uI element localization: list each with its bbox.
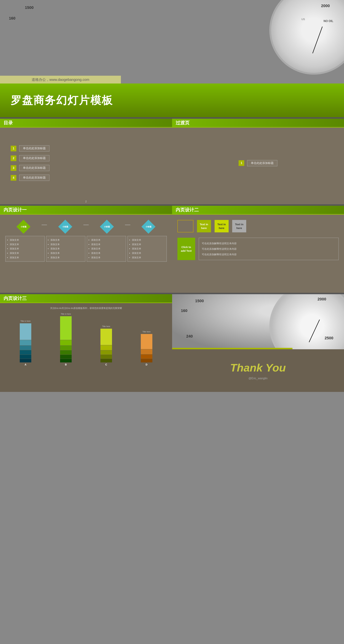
toc-item-2: 2 单击此处添加标题 <box>11 155 161 161</box>
list-item: 添加文本 <box>51 256 83 260</box>
bar-seg <box>141 334 152 349</box>
gauge-num-1500: 1500 <box>25 5 34 10</box>
toc-num-2: 2 <box>11 156 16 161</box>
diamond-row: 小标题 小标题 小标题 <box>5 222 167 233</box>
gauge-num-160: 160 <box>9 16 16 20</box>
bar-seg <box>20 323 31 340</box>
diamond-2: 小标题 <box>58 220 72 234</box>
thankyou-yellow-bar <box>172 348 292 349</box>
row-3: 内页设计一 小标题 小标题 <box>0 206 344 293</box>
bar-title-A: Title in here <box>21 320 31 322</box>
list-item: 添加文本 <box>91 251 124 256</box>
desc-line-1: 可在此添加解释性说明文本内容 <box>202 241 336 246</box>
bar-stack-A <box>20 323 31 362</box>
text-box-green: Text in here <box>197 220 211 232</box>
bar-seg <box>60 346 72 350</box>
toc-item-1: 1 单击此处添加标题 <box>11 145 161 152</box>
watermark-bar: 道格办公，www.daogebangong.com <box>0 76 121 84</box>
row-4: 内页设计三 关注Eric-lin关注Eric-lin原创模版系列，获得您的喜爱将… <box>0 294 344 392</box>
hero-title-section: 罗盘商务幻灯片模板 <box>0 84 344 117</box>
thankyou-gauge-bg: 1500 2000 160 240 2500 <box>172 294 344 349</box>
list-item: 添加文本 <box>91 256 124 260</box>
bar-label-B: B <box>65 363 67 366</box>
bar-seg <box>60 359 72 362</box>
desc-line-3: 可在此添加解释性说明文本内容 <box>202 252 336 257</box>
thankyou-gauge-circle <box>269 294 344 349</box>
outline-box <box>177 220 193 232</box>
col-4: 小标题 <box>130 222 167 233</box>
transition-num-1: 1 <box>239 160 244 166</box>
bar-title-C: Title here <box>102 325 110 328</box>
bar-chart: Title in here A Title in here <box>5 313 167 366</box>
interior3-header: 内页设计三 <box>0 294 172 303</box>
bar-label-D: D <box>146 363 147 366</box>
interior1-header: 内页设计一 <box>0 206 172 214</box>
diamond-4: 小标题 <box>142 220 156 234</box>
bar-seg <box>20 346 31 350</box>
transition-body: 1 单击此处添加标题 <box>172 128 344 198</box>
bar-seg <box>100 329 112 345</box>
slide-transition: 过渡页 1 单击此处添加标题 <box>172 119 344 204</box>
interior3-body: 关注Eric-lin关注Eric-lin原创模版系列，获得您的喜爱将是我的无限荣… <box>0 303 172 392</box>
list-item: 添加文本 <box>10 238 43 242</box>
connector-2 <box>83 225 89 225</box>
transition-page-num <box>172 198 344 204</box>
list-item: 添加文本 <box>51 238 83 242</box>
thankyou-gauge-1500: 1500 <box>195 299 204 303</box>
text-box-lime: Text in here <box>215 220 229 232</box>
list-item: 添加文本 <box>91 242 124 247</box>
toc-item-4: 4 单击此处添加标题 <box>11 175 161 181</box>
thankyou-gauge-2500: 2500 <box>325 336 333 340</box>
thankyou-body: Thank You @Eric_wanglin <box>172 349 344 392</box>
toc-label-2: 单击此处添加标题 <box>19 155 50 161</box>
slide-hero: 1500 2000 160 240 280 2500 NO OIL US 道格办… <box>0 0 344 117</box>
list-item: 添加文本 <box>10 251 43 256</box>
toc-num-4: 4 <box>11 175 16 181</box>
bar-stack-C <box>100 329 112 362</box>
bar-seg <box>20 340 31 345</box>
gauge-text-US: US <box>301 18 305 20</box>
toc-header: 目录 <box>0 119 172 128</box>
bar-group-A: Title in here A <box>7 320 44 366</box>
click-button[interactable]: Click to add Text <box>177 238 195 260</box>
hero-title: 罗盘商务幻灯片模板 <box>11 93 113 108</box>
text-box-gray: Text in here <box>232 220 246 232</box>
bar-seg <box>100 359 112 362</box>
list-item: 添加文本 <box>10 242 43 247</box>
list-item: 添加文本 <box>132 251 165 256</box>
thankyou-gauge-160: 160 <box>181 308 188 313</box>
list-item: 添加文本 <box>91 246 124 251</box>
list-item: 添加文本 <box>91 238 124 242</box>
col-3: 小标题 <box>89 222 125 233</box>
list-item: 添加文本 <box>51 246 83 251</box>
bar-title-B: Title in here <box>61 313 71 315</box>
bar-seg <box>60 350 72 354</box>
list-item: 添加文本 <box>10 256 43 260</box>
desc-line-2: 可在此添加解释性说明文本内容 <box>202 246 336 252</box>
bar-stack-B <box>60 316 72 362</box>
bar-seg <box>141 354 152 359</box>
diamond-label-1: 小标题 <box>21 226 27 228</box>
toc-body: 1 单击此处添加标题 2 单击此处添加标题 3 单击此处添加标题 4 单击此处添… <box>0 128 172 198</box>
thankyou-text: Thank You <box>230 361 286 374</box>
slide-interior3: 内页设计三 关注Eric-lin关注Eric-lin原创模版系列，获得您的喜爱将… <box>0 294 172 392</box>
list-col-3: 添加文本 添加文本 添加文本 添加文本 添加文本 <box>87 236 126 262</box>
gauge-num-2000: 2000 <box>321 4 330 8</box>
connector-3 <box>125 225 130 225</box>
diamond-label-3: 小标题 <box>104 226 110 228</box>
diamond-3: 小标题 <box>100 220 114 234</box>
list-item: 添加文本 <box>132 256 165 260</box>
bar-seg <box>60 316 72 340</box>
list-col-2: 添加文本 添加文本 添加文本 添加文本 添加文本 <box>46 236 85 262</box>
interior2-top-row: Text in here Text in here Text in here <box>177 220 339 232</box>
slide-interior1: 内页设计一 小标题 小标题 <box>0 206 172 293</box>
toc-page-num: 2 <box>0 198 172 204</box>
bar-label-C: C <box>105 363 107 366</box>
bar-label-A: A <box>25 363 26 366</box>
connector-1 <box>42 225 47 225</box>
list-item: 添加文本 <box>51 242 83 247</box>
toc-num-1: 1 <box>11 146 16 151</box>
bar-seg <box>141 359 152 362</box>
list-item: 添加文本 <box>51 251 83 256</box>
bar-group-B: Title in here B <box>48 313 84 366</box>
